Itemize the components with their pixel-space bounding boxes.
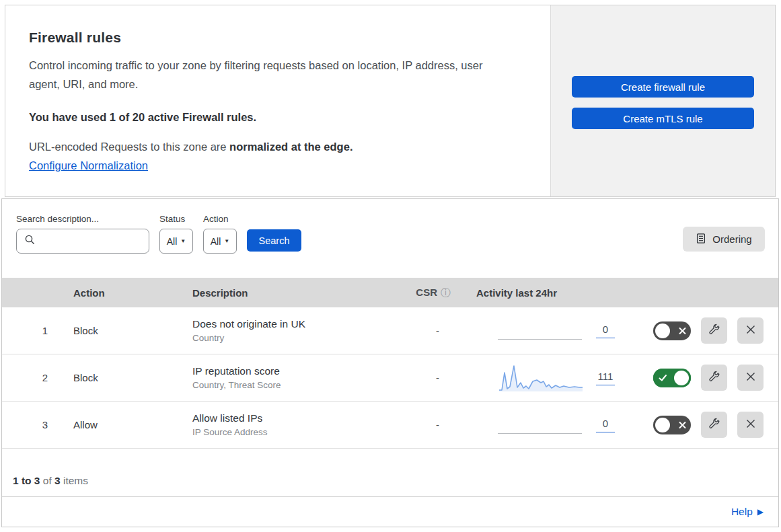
ordering-button-label: Ordering xyxy=(712,233,751,245)
action-select[interactable]: All ▼ xyxy=(203,229,237,254)
rule-description-cell: Allow listed IPs IP Source Address xyxy=(180,412,382,437)
activity-count-link[interactable]: 0 xyxy=(596,418,615,432)
rule-description: Does not originate in UK xyxy=(192,318,382,330)
status-label: Status xyxy=(159,214,193,224)
rule-enabled-toggle[interactable] xyxy=(653,369,691,387)
search-input[interactable] xyxy=(16,229,149,254)
table-row: 2 Block IP reputation score Country, Thr… xyxy=(2,354,778,402)
column-csr: CSRⓘ xyxy=(382,287,456,299)
create-firewall-rule-button[interactable]: Create firewall rule xyxy=(572,76,754,98)
rule-controls xyxy=(618,317,778,344)
delete-rule-button[interactable] xyxy=(737,365,764,391)
of-text: of xyxy=(43,475,52,486)
rule-fields: IP Source Address xyxy=(192,427,382,437)
actions-panel: Create firewall rule Create mTLS rule xyxy=(550,5,775,196)
info-icon[interactable]: ⓘ xyxy=(441,287,451,298)
help-row: Help ▶ xyxy=(2,496,778,527)
delete-rule-button[interactable] xyxy=(737,412,764,438)
rule-action: Block xyxy=(61,372,180,383)
help-link[interactable]: Help ▶ xyxy=(731,506,764,518)
toggle-knob xyxy=(674,371,689,385)
rule-activity-cell: 111 xyxy=(456,363,618,393)
sparkline-flat xyxy=(498,339,582,340)
usage-summary: You have used 1 of 20 active Firewall ru… xyxy=(29,111,523,124)
table-row: 3 Allow Allow listed IPs IP Source Addre… xyxy=(2,402,778,449)
edit-rule-button[interactable] xyxy=(701,412,727,438)
sparkline-chart xyxy=(498,363,584,393)
column-description: Description xyxy=(180,287,382,299)
search-group: Search description... xyxy=(16,214,149,254)
toggle-x-icon xyxy=(679,419,686,430)
help-label: Help xyxy=(731,506,753,518)
status-select[interactable]: All ▼ xyxy=(159,229,193,254)
toggle-x-icon xyxy=(679,325,686,336)
wrench-icon xyxy=(708,323,721,338)
column-activity: Activity last 24hr xyxy=(456,287,618,299)
wrench-icon xyxy=(708,370,721,385)
firewall-rules-page: Firewall rules Control incoming traffic … xyxy=(0,0,781,532)
rule-description-cell: Does not originate in UK Country xyxy=(180,318,382,343)
search-label: Search description... xyxy=(16,214,149,224)
activity-sparkline xyxy=(498,316,584,346)
table-row: 1 Block Does not originate in UK Country… xyxy=(2,307,778,354)
delete-rule-button[interactable] xyxy=(737,317,764,344)
wrench-icon xyxy=(708,417,721,432)
item-range: 1 to 3 xyxy=(13,475,40,486)
rule-activity-cell: 0 xyxy=(456,410,618,440)
rule-enabled-toggle[interactable] xyxy=(653,321,691,340)
close-icon xyxy=(745,324,756,337)
rule-csr: - xyxy=(382,419,456,430)
rule-priority: 1 xyxy=(2,325,61,336)
search-button[interactable]: Search xyxy=(247,229,301,252)
action-select-value: All xyxy=(211,236,221,247)
action-filter-group: Action All ▼ xyxy=(203,214,237,254)
rule-description-cell: IP reputation score Country, Threat Scor… xyxy=(180,365,382,390)
normalization-bold: normalized at the edge. xyxy=(229,141,352,153)
rule-description: Allow listed IPs xyxy=(192,412,382,424)
status-filter-group: Status All ▼ xyxy=(159,214,193,254)
item-total: 3 xyxy=(54,475,61,486)
page-title: Firewall rules xyxy=(29,30,523,46)
toggle-check-icon xyxy=(659,372,667,383)
csr-header-label: CSR xyxy=(416,287,437,298)
header-text-block: Firewall rules Control incoming traffic … xyxy=(5,5,550,196)
rule-priority: 2 xyxy=(2,372,61,383)
activity-count-link[interactable]: 111 xyxy=(596,371,615,385)
rule-fields: Country, Threat Score xyxy=(192,380,382,390)
create-mtls-rule-button[interactable]: Create mTLS rule xyxy=(572,108,754,129)
ordering-button[interactable]: Ordering xyxy=(683,227,765,252)
close-icon xyxy=(745,418,756,431)
rule-activity-cell: 0 xyxy=(456,316,618,346)
normalization-prefix: URL-encoded Requests to this zone are xyxy=(29,141,229,153)
close-icon xyxy=(745,371,756,384)
chevron-down-icon: ▼ xyxy=(180,238,186,244)
rules-list-card: Search description... Status All ▼ Actio… xyxy=(1,198,779,527)
rule-csr: - xyxy=(382,325,456,336)
normalization-note: URL-encoded Requests to this zone are no… xyxy=(29,141,523,153)
rule-csr: - xyxy=(382,372,456,383)
activity-sparkline xyxy=(498,410,584,440)
rule-action: Block xyxy=(61,325,180,336)
toggle-knob xyxy=(655,418,670,432)
configure-normalization-link[interactable]: Configure Normalization xyxy=(29,159,148,172)
page-description: Control incoming traffic to your zone by… xyxy=(29,56,513,93)
sparkline-flat xyxy=(498,433,582,434)
edit-rule-button[interactable] xyxy=(701,365,727,391)
action-label: Action xyxy=(203,214,237,224)
search-icon xyxy=(24,234,36,248)
activity-sparkline xyxy=(498,363,584,393)
header-card: Firewall rules Control incoming traffic … xyxy=(5,5,776,197)
toggle-knob xyxy=(655,324,670,338)
rule-enabled-toggle[interactable] xyxy=(653,416,691,434)
rule-controls xyxy=(618,412,778,438)
activity-count-link[interactable]: 0 xyxy=(596,324,615,338)
items-text: items xyxy=(63,475,88,486)
rule-fields: Country xyxy=(192,333,382,343)
rule-controls xyxy=(618,365,778,391)
arrow-right-icon: ▶ xyxy=(757,507,764,517)
ordering-list-icon xyxy=(696,233,706,246)
column-action: Action xyxy=(61,287,180,299)
filter-bar: Search description... Status All ▼ Actio… xyxy=(2,199,778,278)
table-header: Action Description CSRⓘ Activity last 24… xyxy=(2,278,778,307)
edit-rule-button[interactable] xyxy=(701,317,727,344)
